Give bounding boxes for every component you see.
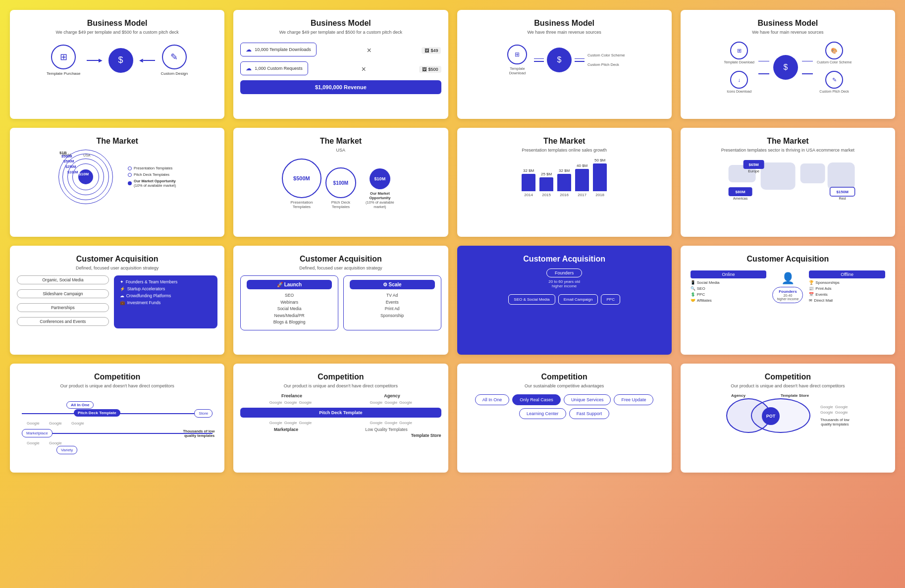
cmp2-low-quality: Low Quality Templates [365,427,407,432]
cmp1-allinone: All In One [66,401,94,409]
row-customer-acquisition: Customer Acquisition Defined, focused us… [10,246,895,355]
row-competition: Competition Our product is unique and do… [10,364,895,473]
mkt2-subtitle: USA [240,148,441,153]
ca1-blue2: ⚡ Startup Accelerators [120,286,212,291]
bar-val-2015: 25 $M [541,172,552,176]
row-business-model: Business Model We charge $49 per templat… [10,10,895,119]
bar-val-2016: 32 $M [559,168,570,173]
main-grid: Business Model We charge $49 per templat… [10,10,895,473]
cmp1-diagram: All In One Pitch Deck Template Store Mar… [17,393,217,458]
cmp2-pitchdeck: Pitch Deck Template [240,408,441,418]
cmp1-subtitle: Our product is unique and doesn't have d… [17,383,217,388]
bar-label-2016: 2016 [560,193,569,197]
svg-text:Europe: Europe [748,169,759,173]
cmp3-title: Competition [464,373,665,381]
bar-val-2018: 50 $M [594,158,605,162]
ca3-target: Founders [546,268,582,277]
cmp2-title: Competition [240,373,441,381]
card-ca3: Customer Acquisition Founders 20 to 60 y… [457,246,672,355]
ca2-launch-items: SEOWebinarsSocial MediaNews/Media/PRBlog… [247,292,332,326]
card-bm2: Business Model We charge $49 per templat… [233,10,448,119]
ca2-subtitle: Defined, focused user acquisition strate… [240,266,441,270]
ca1-item2: Slideshare Campaign [17,289,109,298]
ca4-offline-item3: 📅 Events [809,292,885,297]
card-bm3: Business Model We have three main revenu… [457,10,672,119]
ca2-scale-items: TV AdEventsPrint AdSponsorship [350,292,435,319]
ca1-item1: Organic, Social Media [17,275,109,284]
mkt3-subtitle: Presentation templates online sales grow… [464,148,665,153]
mkt4-map: $65M Europe $80M Americas $150M Rest [688,158,888,204]
ca3-ch2: Email Campaign [558,294,598,305]
card-ca1: Customer Acquisition Defined, focused us… [10,246,224,355]
bm1-subtitle: We charge $49 per template and $500 for … [17,30,217,35]
mkt3-barchart: 32 $M 2014 25 $M 2015 32 $M 2016 40 $M [464,158,665,197]
bm1-design-icon: ✎ [162,45,187,69]
card-mkt4: The Market Presentation templates sector… [681,128,895,237]
ca4-online-offline: Online 📱 Social Media 🔍 SEO 💲 PPC 🤝 [688,267,888,307]
ca1-list: Organic, Social Media Slideshare Campaig… [17,275,109,328]
ca2-scale-title: ⚙ Scale [350,280,435,289]
ca1-blue3: ☁ Crowdfunding Platforms [120,293,212,298]
row-the-market: The Market World USA $1B $500M $5 [10,128,895,237]
card-bm1: Business Model We charge $49 per templat… [10,10,224,119]
card-mkt3: The Market Presentation templates online… [457,128,672,237]
card-cmp2: Competition Our product is unique and do… [233,364,448,473]
ca4-online-item1: 📱 Social Media [691,280,767,285]
mkt2-label2: Pitch DeckTemplates [331,200,350,209]
card-cmp1: Competition Our product is unique and do… [10,364,224,473]
cmp3-btn5[interactable]: Learning Center [519,408,566,419]
cmp3-btn2[interactable]: Only Real Cases [512,394,561,405]
mkt2-opp: Our Market Opportunity(10% of available … [360,191,400,209]
card-ca2: Customer Acquisition Defined, focused us… [233,246,448,355]
cmp3-btn4[interactable]: Free Update [614,394,653,405]
bm4-title: Business Model [688,19,888,28]
cmp1-variety: Variety [56,446,77,454]
ca1-blue1: ✦ Founders & Team Members [120,279,212,284]
svg-text:$150M: $150M [836,190,849,194]
bm1-diagram: ⊞ Template Purchase ▶ $ ◀ ✎ Custom Desig… [17,45,217,76]
cmp4-agency-label: Agency [731,393,745,398]
bm3-label1: Template Download [504,66,531,75]
ca1-title: Customer Acquisition [17,255,217,264]
ca4-title: Customer Acquisition [688,255,888,264]
svg-rect-3 [827,162,854,190]
bm2-row1-label: 10,000 Template Downloads [255,47,311,52]
card-ca4: Customer Acquisition Online 📱 Social Med… [681,246,895,355]
cmp1-marketplace: Marketplace [22,429,53,437]
cmp3-btn6[interactable]: Fast Support [569,408,610,419]
cmp4-title: Competition [688,373,888,381]
ca2-scale-box: ⚙ Scale TV AdEventsPrint AdSponsorship [343,275,441,330]
mkt1-title: The Market [17,137,217,146]
bm1-design-label: Custom Design [161,71,188,76]
ca3-target-desc: 20 to 60 years oldhigher income [464,279,665,288]
cmp4-venn: POT Agency Template Store Google Google … [688,393,888,438]
mkt1-circles: World USA $1B $500M $500M $250M $100M $1… [58,150,123,204]
cmp1-thousands: Thousands of lowquality templates [183,429,215,438]
ca3-channels: SEO & Social Media Email Campaign PPC [464,294,665,305]
bm2-subtitle: We charge $49 per template and $500 for … [240,30,441,35]
svg-rect-1 [760,162,795,190]
ca4-offline-item1: 🏆 Sponsorships [809,280,885,285]
ca1-item3: Partnerships [17,303,109,312]
mkt2-title: The Market [240,137,441,146]
bm4-label1: Template Download [724,60,754,64]
ca1-blue-list: ✦ Founders & Team Members ⚡ Startup Acce… [114,275,218,328]
mkt4-subtitle: Presentation templates sector is thrivin… [688,148,888,153]
card-mkt1: The Market World USA $1B $500M $5 [10,128,224,237]
cmp3-btn1[interactable]: All In One [475,394,510,405]
ca3-title: Customer Acquisition [464,255,665,264]
card-cmp3: Competition Our sustainable competitive … [457,364,672,473]
ca4-offline-item2: 📰 Print Ads [809,286,885,291]
card-bm4: Business Model We have four main revenue… [681,10,895,119]
mkt1-legend3: Our Market Opportunity(10% of available … [134,179,176,188]
cmp2-diagram: Freelance Agency Google Google Google Go… [240,393,441,438]
cmp1-store: Store [194,409,213,418]
bm2-content: ☁ 10,000 Template Downloads × 🖼 $49 ☁ 1,… [240,40,441,97]
ca3-ch1: SEO & Social Media [508,294,555,305]
ca2-launch-box: 🚀 Launch SEOWebinarsSocial MediaNews/Med… [240,275,338,330]
ca4-online-item4: 🤝 Affiliates [691,298,767,303]
bm1-template-icon: ⊞ [51,45,76,69]
ca4-online-item2: 🔍 SEO [691,286,767,291]
ca1-blue4: 💼 Investment Funds [120,300,212,305]
cmp3-btn3[interactable]: Unique Services [564,394,611,405]
